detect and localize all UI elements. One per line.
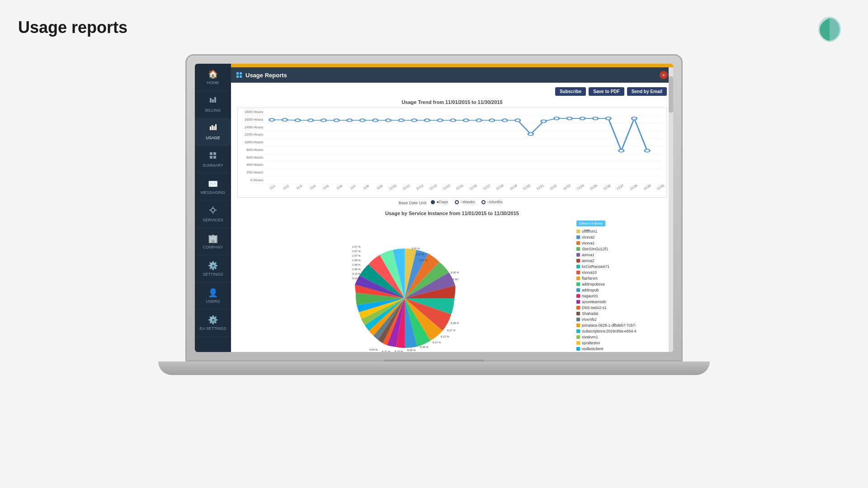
sidebar-label-company: COMPANY [203,245,223,249]
subscribe-button[interactable]: Subscribe [555,87,586,96]
svg-rect-7 [210,152,212,155]
legend-label-6: asnva2 [582,258,594,263]
legend-item: flairfarvm [576,276,667,281]
radio-dot-weeks [455,200,459,204]
sidebar-item-settings[interactable]: ⚙️ SETTINGS [195,255,231,282]
legend-label-21: vodlestclient [582,347,603,351]
billing-icon [209,96,217,107]
laptop-base [158,361,710,375]
pie-legend: Others 4 items offffffvm1 vivxva2 [576,221,667,352]
pie-label-7: 1.58 % [352,259,361,262]
legend-label-18: isubscriptions:2029c89a-e654-4 [582,329,637,333]
svg-point-39 [438,119,443,122]
base-date-unit: Base Date Unit: ●Days ○Weeks [237,200,667,205]
y-label-200: 200 Hours [240,170,263,174]
legend-color-18 [576,329,580,333]
legend-item: addnspubsva [576,282,667,286]
pie-label-2: 1.57 % [416,253,425,256]
sidebar-item-messaging[interactable]: ✉️ MESSAGING [195,174,231,201]
svg-rect-1 [212,99,214,103]
legend-color-6 [576,259,580,263]
svg-point-29 [308,119,313,122]
x-labels: 11/1 11/2 11/3 11/4 11/5 11/6 11/7 11/8 [265,184,666,197]
legend-label-8: vivxva10 [582,270,597,275]
report-body: Subscribe Save to PDF Send by Email Usag… [231,83,673,352]
sidebar-item-company[interactable]: 🏢 COMPANY [195,228,231,255]
pie-label-18: 6.27 % [441,335,449,338]
svg-rect-3 [210,127,211,130]
svg-point-54 [632,117,637,120]
base-date-label: Base Date Unit: [399,201,427,205]
line-chart-container: 1800 Hours 1600 Hours 1400 Hours 1200 Ho… [237,108,667,198]
svg-rect-4 [212,125,213,130]
legend-color-1 [576,230,580,233]
screen-content: 🏠 HOME BILLING [195,64,673,352]
legend-label-7: kzCisRwusee71 [582,264,609,269]
x-label: 11/26 [600,183,613,192]
pie-label-4: 1.57 % [352,245,361,248]
legend-color-3 [576,241,580,245]
messaging-icon: ✉️ [208,179,218,189]
laptop: 🏠 HOME BILLING [185,54,683,398]
scrollbar[interactable] [669,67,673,352]
svg-point-51 [593,117,598,120]
radio-months[interactable]: ○Months [481,200,503,204]
pie-chart-title: Usage by Service Instance from 11/01/201… [237,211,667,216]
laptop-screen: 🏠 HOME BILLING [195,64,673,352]
send-email-button[interactable]: Send by Email [627,87,667,96]
pie-label-21: 6.30 % [453,278,459,281]
pie-chart-svg: 3.42 % 1.57 % 1.57 % 1.57 % 1.57 % 1.57 … [350,244,459,352]
x-label: 11/12 [413,183,426,192]
x-label: 11/30 [654,183,667,192]
legend-color-9 [576,277,580,280]
y-label-1000: 1000 Hours [240,140,263,144]
radio-days[interactable]: ●Days [431,200,448,204]
sidebar-item-users[interactable]: 👤 USERS [195,282,231,310]
scrollbar-thumb[interactable] [669,76,673,113]
sidebar-item-billing[interactable]: BILLING [195,91,231,118]
legend-label-1: offffffvm1 [582,229,597,234]
legend-color-15 [576,312,580,315]
sidebar-label-billing: BILLING [205,108,221,113]
legend-item: vodlestclient [576,347,667,351]
company-icon: 🏢 [208,234,218,244]
summary-icon [209,151,217,162]
x-label: 11/29 [641,183,654,192]
pie-label-16: 6.26 % [420,346,429,348]
svg-point-44 [502,119,507,122]
close-button[interactable]: × [660,71,668,79]
pie-label-13: 6.21 % [382,350,391,352]
x-label: 11/2 [279,183,292,192]
x-label: 11/3 [292,183,306,192]
legend-item: ponatara-0928-1-dfbdeb7-7cb7- [576,323,667,328]
usage-icon [209,124,217,134]
pie-section: 3.42 % 1.57 % 1.57 % 1.57 % 1.57 % 1.57 … [237,221,667,352]
legend-color-12 [576,294,580,298]
svg-point-52 [606,117,611,120]
x-label: 11/14 [440,183,453,192]
legend-item: asnva1 [576,253,667,257]
svg-point-46 [528,133,533,136]
sidebar-item-services[interactable]: SERVICES [195,201,231,228]
save-pdf-button[interactable]: Save to PDF [589,87,624,96]
radio-weeks[interactable]: ○Weeks [455,200,475,204]
report-title: Usage Reports [236,72,287,79]
line-chart-section: Usage Trend from 11/01/2015 to 11/30/201… [237,99,667,205]
y-label-1600: 1600 Hours [240,117,263,122]
legend-item: kzCisRwusee71 [576,264,667,269]
svg-point-48 [554,117,559,120]
sidebar-item-ea-settings[interactable]: ⚙️ EA SETTINGS [195,310,231,337]
legend-item: vivxva10 [576,270,667,275]
sidebar-item-usage[interactable]: USAGE [195,118,231,146]
legend-item: offffffvm1 [576,229,667,234]
x-label: 11/1 [266,183,279,192]
x-label: 11/7 [346,183,359,192]
svg-point-26 [269,118,274,121]
x-label: 11/23 [560,183,573,192]
pie-label-8: 1.58 % [352,263,361,266]
y-label-800: 800 Hours [240,148,263,152]
legend-item: vivxva2 [576,235,667,239]
sidebar-item-summary[interactable]: SUMMARY [195,146,231,174]
sidebar-item-home[interactable]: 🏠 HOME [195,64,231,91]
pie-label-19: 6.27 % [447,329,456,332]
